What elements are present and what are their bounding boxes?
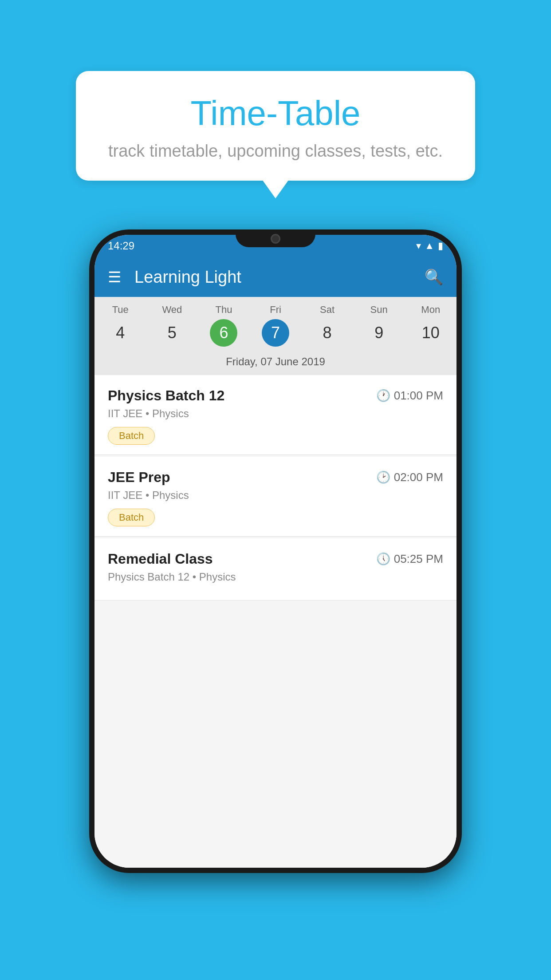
batch-badge-2: Batch <box>108 509 155 526</box>
schedule-item-1-subtitle: IIT JEE • Physics <box>108 407 443 420</box>
phone-camera <box>271 234 280 244</box>
day-col-wed[interactable]: Wed 5 <box>146 304 198 347</box>
day-num-wed: 5 <box>158 319 186 347</box>
calendar-section: Tue 4 Wed 5 Thu 6 Fri 7 <box>94 297 457 375</box>
day-num-tue: 4 <box>106 319 134 347</box>
day-name-fri: Fri <box>250 304 302 316</box>
clock-icon-3: 🕔 <box>376 552 390 566</box>
battery-icon: ▮ <box>438 240 443 252</box>
day-col-sun[interactable]: Sun 9 <box>353 304 405 347</box>
day-num-thu: 6 <box>210 319 237 347</box>
day-num-mon: 10 <box>417 319 445 347</box>
app-title: Learning Light <box>134 268 425 287</box>
hamburger-icon[interactable]: ☰ <box>108 269 121 285</box>
day-col-thu[interactable]: Thu 6 <box>198 304 250 347</box>
schedule-item-3-time: 🕔 05:25 PM <box>376 552 443 566</box>
selected-date-label: Friday, 07 June 2019 <box>94 350 457 375</box>
schedule-item-2-time: 🕑 02:00 PM <box>376 470 443 484</box>
app-bar: ☰ Learning Light 🔍 <box>94 257 457 297</box>
schedule-item-2[interactable]: JEE Prep 🕑 02:00 PM IIT JEE • Physics Ba… <box>94 457 457 537</box>
schedule-list: Physics Batch 12 🕐 01:00 PM IIT JEE • Ph… <box>94 375 457 868</box>
bubble-title: Time-Table <box>102 93 449 134</box>
speech-bubble-section: Time-Table track timetable, upcoming cla… <box>76 71 475 181</box>
day-num-fri: 7 <box>262 319 289 347</box>
phone-screen: 14:29 ▾ ▲ ▮ ☰ Learning Light 🔍 Tue 4 <box>94 235 457 868</box>
status-time: 14:29 <box>108 240 134 252</box>
day-col-fri[interactable]: Fri 7 <box>250 304 302 347</box>
schedule-item-3-header: Remedial Class 🕔 05:25 PM <box>108 551 443 567</box>
phone-mockup: 14:29 ▾ ▲ ▮ ☰ Learning Light 🔍 Tue 4 <box>89 229 462 873</box>
day-name-sat: Sat <box>301 304 353 316</box>
speech-bubble: Time-Table track timetable, upcoming cla… <box>76 71 475 181</box>
schedule-item-1-header: Physics Batch 12 🕐 01:00 PM <box>108 387 443 404</box>
day-name-sun: Sun <box>353 304 405 316</box>
schedule-item-3-title: Remedial Class <box>108 551 213 567</box>
bubble-subtitle: track timetable, upcoming classes, tests… <box>102 142 449 161</box>
day-name-thu: Thu <box>198 304 250 316</box>
day-name-mon: Mon <box>405 304 457 316</box>
clock-icon-2: 🕑 <box>376 470 390 484</box>
day-col-sat[interactable]: Sat 8 <box>301 304 353 347</box>
schedule-item-1[interactable]: Physics Batch 12 🕐 01:00 PM IIT JEE • Ph… <box>94 375 457 455</box>
schedule-item-2-header: JEE Prep 🕑 02:00 PM <box>108 469 443 486</box>
day-num-sat: 8 <box>314 319 341 347</box>
signal-icon: ▲ <box>425 240 434 252</box>
day-col-mon[interactable]: Mon 10 <box>405 304 457 347</box>
phone-notch <box>236 229 315 247</box>
schedule-item-2-title: JEE Prep <box>108 469 170 486</box>
schedule-item-1-title: Physics Batch 12 <box>108 387 224 404</box>
phone-frame: 14:29 ▾ ▲ ▮ ☰ Learning Light 🔍 Tue 4 <box>89 229 462 873</box>
search-icon[interactable]: 🔍 <box>425 268 443 286</box>
clock-icon-1: 🕐 <box>376 389 390 403</box>
schedule-item-2-subtitle: IIT JEE • Physics <box>108 489 443 502</box>
day-num-sun: 9 <box>365 319 393 347</box>
day-name-wed: Wed <box>146 304 198 316</box>
wifi-icon: ▾ <box>416 240 421 252</box>
status-icons: ▾ ▲ ▮ <box>416 240 443 252</box>
batch-badge-1: Batch <box>108 427 155 445</box>
schedule-item-3-subtitle: Physics Batch 12 • Physics <box>108 571 443 583</box>
schedule-item-3[interactable]: Remedial Class 🕔 05:25 PM Physics Batch … <box>94 538 457 601</box>
schedule-item-1-time: 🕐 01:00 PM <box>376 389 443 403</box>
week-days-header: Tue 4 Wed 5 Thu 6 Fri 7 <box>94 297 457 350</box>
day-name-tue: Tue <box>94 304 146 316</box>
day-col-tue[interactable]: Tue 4 <box>94 304 146 347</box>
